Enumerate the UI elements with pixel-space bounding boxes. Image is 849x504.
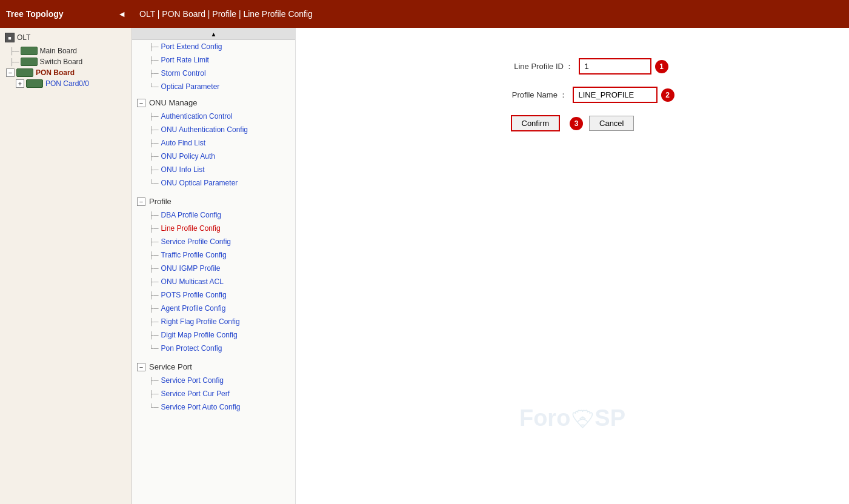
tree-node-main-board[interactable]: ├─ Main Board	[0, 45, 132, 56]
form-area: Foro SP	[296, 28, 849, 504]
nav-group-onu-manage-header[interactable]: − ONU Manage	[132, 96, 295, 110]
nav-item-onu-auth-config[interactable]: ├─ ONU Authentication Config	[132, 123, 295, 136]
service-port-expand-icon[interactable]: −	[137, 363, 145, 371]
nav-item-service-port-auto-config[interactable]: └─ Service Port Auto Config	[132, 400, 295, 414]
nav-item-dba-profile-config[interactable]: ├─ DBA Profile Config	[132, 208, 295, 222]
nav-item-line-profile-config[interactable]: ├─ Line Profile Config	[132, 222, 295, 235]
nav-item-port-extend-config[interactable]: ├─ Port Extend Config	[132, 40, 295, 53]
line-profile-id-label: Line Profile ID ：	[477, 61, 574, 72]
badge-1: 1	[655, 60, 668, 73]
tree-line-switch: ├─	[10, 58, 19, 65]
pon-board-label: PON Board	[36, 68, 75, 77]
profile-name-row: Profile Name ： 2	[320, 87, 825, 103]
breadcrumb: OLT | PON Board | Profile | Line Profile…	[139, 9, 313, 19]
switch-board-label: Switch Board	[40, 58, 83, 66]
nav-group-service-port-header[interactable]: − Service Port	[132, 360, 295, 374]
nav-group-profile: − Profile ├─ DBA Profile Config ├─ Line …	[132, 192, 295, 357]
line-profile-id-row: Line Profile ID ： 1	[320, 58, 825, 75]
olt-label: OLT	[17, 33, 30, 42]
form-buttons-row: Confirm 3 Cancel	[320, 115, 825, 131]
nav-item-storm-control[interactable]: ├─ Storm Control	[132, 67, 295, 80]
olt-icon: ■	[5, 33, 15, 42]
nav-item-agent-profile-config[interactable]: ├─ Agent Profile Config	[132, 302, 295, 315]
tree-node-olt[interactable]: ■ OLT	[0, 28, 132, 45]
line-profile-form: Line Profile ID ： 1 Profile Name ： 2 Con…	[308, 40, 837, 150]
tree-topology-title: Tree Topology	[6, 9, 64, 19]
nav-item-service-port-cur-perf[interactable]: ├─ Service Port Cur Perf	[132, 387, 295, 400]
sidebar-header: Tree Topology ◄	[0, 0, 132, 28]
nav-item-onu-multicast-acl[interactable]: ├─ ONU Multicast ACL	[132, 275, 295, 288]
nav-item-onu-policy-auth[interactable]: ├─ ONU Policy Auth	[132, 150, 295, 163]
svg-point-1	[581, 416, 584, 419]
nav-item-onu-optical-param[interactable]: └─ ONU Optical Parameter	[132, 176, 295, 190]
nav-item-onu-igmp-profile[interactable]: ├─ ONU IGMP Profile	[132, 262, 295, 275]
line-profile-id-input[interactable]	[579, 58, 651, 75]
nav-item-pon-protect-config[interactable]: └─ Pon Protect Config	[132, 342, 295, 355]
nav-item-onu-info-list[interactable]: ├─ ONU Info List	[132, 163, 295, 176]
nav-group-onu-manage: − ONU Manage ├─ Authentication Control ├…	[132, 93, 295, 192]
breadcrumb-bar: OLT | PON Board | Profile | Line Profile…	[132, 0, 849, 28]
nav-group-profile-header[interactable]: − Profile	[132, 194, 295, 208]
badge-3: 3	[570, 117, 583, 130]
nav-item-service-profile-config[interactable]: ├─ Service Profile Config	[132, 235, 295, 248]
sidebar: ■ OLT ├─ Main Board ├─ Switch Board − PO…	[0, 28, 132, 504]
tree-node-switch-board[interactable]: ├─ Switch Board	[0, 56, 132, 67]
profile-name-label: Profile Name ：	[471, 90, 568, 101]
nav-item-digit-map-profile-config[interactable]: ├─ Digit Map Profile Config	[132, 328, 295, 342]
nav-top-items: ├─ Port Extend Config ├─ Port Rate Limit…	[132, 40, 295, 93]
scroll-up-indicator[interactable]: ▲	[211, 31, 217, 38]
tree-node-pon-card[interactable]: + PON Card0/0	[0, 78, 132, 89]
pon-board-expand-icon[interactable]: −	[6, 68, 15, 77]
pon-card-label: PON Card0/0	[45, 79, 89, 88]
onu-manage-expand-icon[interactable]: −	[137, 99, 145, 107]
nav-item-auto-find-list[interactable]: ├─ Auto Find List	[132, 136, 295, 150]
main-board-icon	[21, 47, 38, 55]
profile-expand-icon[interactable]: −	[137, 197, 145, 206]
nav-item-authentication-control[interactable]: ├─ Authentication Control	[132, 110, 295, 123]
nav-item-traffic-profile-config[interactable]: ├─ Traffic Profile Config	[132, 248, 295, 262]
cancel-button[interactable]: Cancel	[589, 116, 634, 131]
watermark: Foro SP	[519, 405, 625, 431]
confirm-button[interactable]: Confirm	[511, 115, 561, 131]
tree-line-main: ├─	[10, 47, 19, 55]
badge-2: 2	[661, 88, 674, 102]
nav-item-service-port-config[interactable]: ├─ Service Port Config	[132, 374, 295, 387]
pon-board-icon	[16, 68, 33, 77]
svg-point-0	[580, 424, 585, 426]
nav-item-right-flag-profile-config[interactable]: ├─ Right Flag Profile Config	[132, 315, 295, 328]
watermark-text: Foro SP	[519, 405, 625, 431]
nav-item-optical-parameter[interactable]: └─ Optical Parameter	[132, 80, 295, 93]
tree-node-pon-board[interactable]: − PON Board	[0, 67, 132, 78]
nav-item-pots-profile-config[interactable]: ├─ POTS Profile Config	[132, 288, 295, 302]
collapse-arrow-icon[interactable]: ◄	[118, 9, 126, 19]
profile-name-input[interactable]	[573, 87, 658, 103]
switch-board-icon	[21, 58, 38, 66]
pon-card-expand-icon[interactable]: +	[16, 79, 24, 88]
nav-panel: ▲ ├─ Port Extend Config ├─ Port Rate Lim…	[132, 28, 296, 504]
nav-group-service-port: − Service Port ├─ Service Port Config ├─…	[132, 357, 295, 416]
nav-item-port-rate-limit[interactable]: ├─ Port Rate Limit	[132, 53, 295, 67]
main-board-label: Main Board	[40, 47, 77, 55]
pon-card-icon	[26, 79, 43, 88]
